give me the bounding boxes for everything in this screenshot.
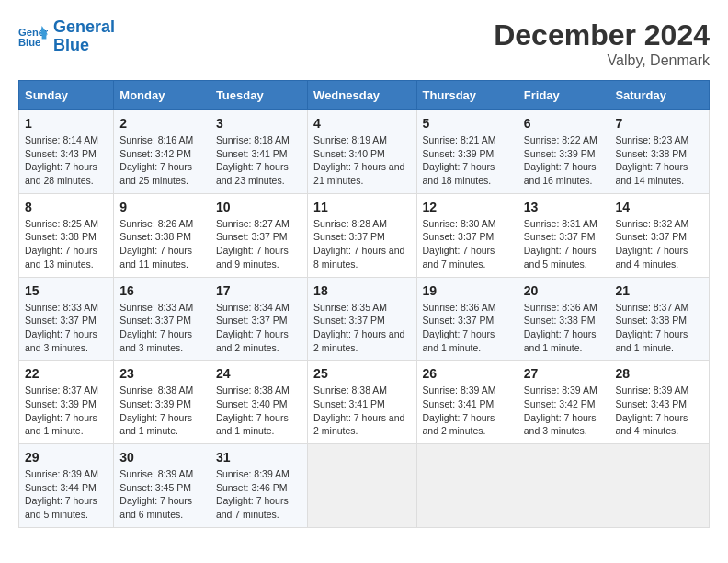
day-number: 1 — [25, 116, 108, 131]
location: Valby, Denmark — [494, 52, 710, 69]
week-row-1: 1 Sunrise: 8:14 AMSunset: 3:43 PMDayligh… — [19, 110, 710, 194]
day-cell: 20 Sunrise: 8:36 AMSunset: 3:38 PMDaylig… — [518, 277, 609, 361]
day-number: 20 — [524, 283, 604, 298]
day-info: Sunrise: 8:36 AMSunset: 3:38 PMDaylight:… — [524, 301, 604, 355]
day-number: 30 — [119, 450, 204, 465]
day-cell: 4 Sunrise: 8:19 AMSunset: 3:40 PMDayligh… — [308, 110, 416, 194]
day-cell: 1 Sunrise: 8:14 AMSunset: 3:43 PMDayligh… — [19, 110, 114, 194]
day-info: Sunrise: 8:39 AMSunset: 3:45 PMDaylight:… — [119, 467, 204, 522]
calendar-header-row: SundayMondayTuesdayWednesdayThursdayFrid… — [19, 81, 710, 110]
day-number: 5 — [423, 116, 512, 131]
day-info: Sunrise: 8:35 AMSunset: 3:37 PMDaylight:… — [313, 301, 410, 355]
day-cell: 25 Sunrise: 8:38 AMSunset: 3:41 PMDaylig… — [308, 361, 416, 444]
column-header-friday: Friday — [518, 81, 609, 110]
day-cell: 9 Sunrise: 8:26 AMSunset: 3:38 PMDayligh… — [114, 193, 210, 277]
week-row-3: 15 Sunrise: 8:33 AMSunset: 3:37 PMDaylig… — [19, 277, 710, 361]
day-info: Sunrise: 8:27 AMSunset: 3:37 PMDaylight:… — [216, 217, 301, 271]
day-cell: 7 Sunrise: 8:23 AMSunset: 3:38 PMDayligh… — [609, 110, 710, 194]
day-number: 8 — [25, 200, 108, 214]
day-cell — [609, 444, 710, 528]
day-info: Sunrise: 8:31 AMSunset: 3:37 PMDaylight:… — [524, 217, 604, 271]
day-number: 21 — [615, 283, 703, 298]
title-area: December 2024 Valby, Denmark — [494, 18, 710, 69]
day-info: Sunrise: 8:30 AMSunset: 3:37 PMDaylight:… — [423, 217, 512, 271]
day-cell: 6 Sunrise: 8:22 AMSunset: 3:39 PMDayligh… — [518, 110, 609, 194]
day-info: Sunrise: 8:39 AMSunset: 3:46 PMDaylight:… — [216, 467, 301, 522]
day-number: 27 — [524, 366, 604, 381]
logo-icon: General Blue — [18, 24, 48, 50]
day-info: Sunrise: 8:21 AMSunset: 3:39 PMDaylight:… — [423, 133, 512, 188]
day-number: 23 — [119, 366, 204, 381]
day-info: Sunrise: 8:28 AMSunset: 3:37 PMDaylight:… — [313, 217, 410, 271]
day-info: Sunrise: 8:37 AMSunset: 3:39 PMDaylight:… — [25, 384, 108, 438]
day-number: 29 — [25, 450, 108, 465]
day-info: Sunrise: 8:36 AMSunset: 3:37 PMDaylight:… — [423, 301, 512, 355]
day-number: 22 — [25, 366, 108, 381]
day-cell: 8 Sunrise: 8:25 AMSunset: 3:38 PMDayligh… — [19, 193, 114, 277]
day-info: Sunrise: 8:14 AMSunset: 3:43 PMDaylight:… — [25, 133, 108, 188]
day-info: Sunrise: 8:38 AMSunset: 3:40 PMDaylight:… — [216, 384, 301, 438]
day-cell: 12 Sunrise: 8:30 AMSunset: 3:37 PMDaylig… — [416, 193, 518, 277]
day-cell — [416, 444, 518, 528]
day-info: Sunrise: 8:39 AMSunset: 3:42 PMDaylight:… — [524, 384, 604, 438]
day-info: Sunrise: 8:16 AMSunset: 3:42 PMDaylight:… — [119, 133, 204, 188]
month-title: December 2024 — [494, 18, 710, 52]
day-info: Sunrise: 8:26 AMSunset: 3:38 PMDaylight:… — [119, 217, 204, 271]
day-cell: 24 Sunrise: 8:38 AMSunset: 3:40 PMDaylig… — [210, 361, 307, 444]
day-number: 4 — [313, 116, 410, 131]
day-cell: 18 Sunrise: 8:35 AMSunset: 3:37 PMDaylig… — [308, 277, 416, 361]
header: General Blue General Blue December 2024 … — [18, 18, 710, 69]
day-cell: 16 Sunrise: 8:33 AMSunset: 3:37 PMDaylig… — [114, 277, 210, 361]
day-cell: 14 Sunrise: 8:32 AMSunset: 3:37 PMDaylig… — [609, 193, 710, 277]
day-info: Sunrise: 8:23 AMSunset: 3:38 PMDaylight:… — [615, 133, 703, 188]
day-number: 24 — [216, 366, 301, 381]
day-number: 9 — [119, 200, 204, 214]
day-number: 28 — [615, 366, 703, 381]
column-header-sunday: Sunday — [19, 81, 114, 110]
day-number: 18 — [313, 283, 410, 298]
logo: General Blue General Blue — [18, 18, 115, 55]
logo-line1: General — [53, 18, 115, 37]
day-cell: 10 Sunrise: 8:27 AMSunset: 3:37 PMDaylig… — [210, 193, 307, 277]
calendar-table: SundayMondayTuesdayWednesdayThursdayFrid… — [18, 80, 710, 528]
day-cell: 23 Sunrise: 8:38 AMSunset: 3:39 PMDaylig… — [114, 361, 210, 444]
day-cell — [518, 444, 609, 528]
day-info: Sunrise: 8:39 AMSunset: 3:43 PMDaylight:… — [615, 384, 703, 438]
column-header-thursday: Thursday — [416, 81, 518, 110]
column-header-monday: Monday — [114, 81, 210, 110]
day-info: Sunrise: 8:39 AMSunset: 3:44 PMDaylight:… — [25, 467, 108, 522]
day-cell: 13 Sunrise: 8:31 AMSunset: 3:37 PMDaylig… — [518, 193, 609, 277]
day-info: Sunrise: 8:32 AMSunset: 3:37 PMDaylight:… — [615, 217, 703, 271]
day-info: Sunrise: 8:33 AMSunset: 3:37 PMDaylight:… — [119, 301, 204, 355]
day-number: 12 — [423, 200, 512, 214]
day-number: 11 — [313, 200, 410, 214]
day-cell: 2 Sunrise: 8:16 AMSunset: 3:42 PMDayligh… — [114, 110, 210, 194]
day-number: 16 — [119, 283, 204, 298]
day-number: 14 — [615, 200, 703, 214]
day-info: Sunrise: 8:25 AMSunset: 3:38 PMDaylight:… — [25, 217, 108, 271]
day-number: 15 — [25, 283, 108, 298]
day-number: 17 — [216, 283, 301, 298]
day-info: Sunrise: 8:34 AMSunset: 3:37 PMDaylight:… — [216, 301, 301, 355]
day-cell: 31 Sunrise: 8:39 AMSunset: 3:46 PMDaylig… — [210, 444, 307, 528]
day-info: Sunrise: 8:39 AMSunset: 3:41 PMDaylight:… — [423, 384, 512, 438]
day-info: Sunrise: 8:37 AMSunset: 3:38 PMDaylight:… — [615, 301, 703, 355]
day-number: 31 — [216, 450, 301, 465]
svg-text:Blue: Blue — [18, 37, 40, 48]
logo-line2: Blue — [53, 37, 115, 55]
day-number: 10 — [216, 200, 301, 214]
day-cell: 22 Sunrise: 8:37 AMSunset: 3:39 PMDaylig… — [19, 361, 114, 444]
day-cell: 19 Sunrise: 8:36 AMSunset: 3:37 PMDaylig… — [416, 277, 518, 361]
day-cell: 30 Sunrise: 8:39 AMSunset: 3:45 PMDaylig… — [114, 444, 210, 528]
day-cell: 17 Sunrise: 8:34 AMSunset: 3:37 PMDaylig… — [210, 277, 307, 361]
column-header-tuesday: Tuesday — [210, 81, 307, 110]
day-number: 7 — [615, 116, 703, 131]
day-info: Sunrise: 8:18 AMSunset: 3:41 PMDaylight:… — [216, 133, 301, 188]
day-info: Sunrise: 8:38 AMSunset: 3:41 PMDaylight:… — [313, 384, 410, 438]
day-info: Sunrise: 8:22 AMSunset: 3:39 PMDaylight:… — [524, 133, 604, 188]
calendar-body: 1 Sunrise: 8:14 AMSunset: 3:43 PMDayligh… — [19, 110, 710, 528]
day-cell: 21 Sunrise: 8:37 AMSunset: 3:38 PMDaylig… — [609, 277, 710, 361]
day-cell: 28 Sunrise: 8:39 AMSunset: 3:43 PMDaylig… — [609, 361, 710, 444]
week-row-4: 22 Sunrise: 8:37 AMSunset: 3:39 PMDaylig… — [19, 361, 710, 444]
day-cell: 11 Sunrise: 8:28 AMSunset: 3:37 PMDaylig… — [308, 193, 416, 277]
